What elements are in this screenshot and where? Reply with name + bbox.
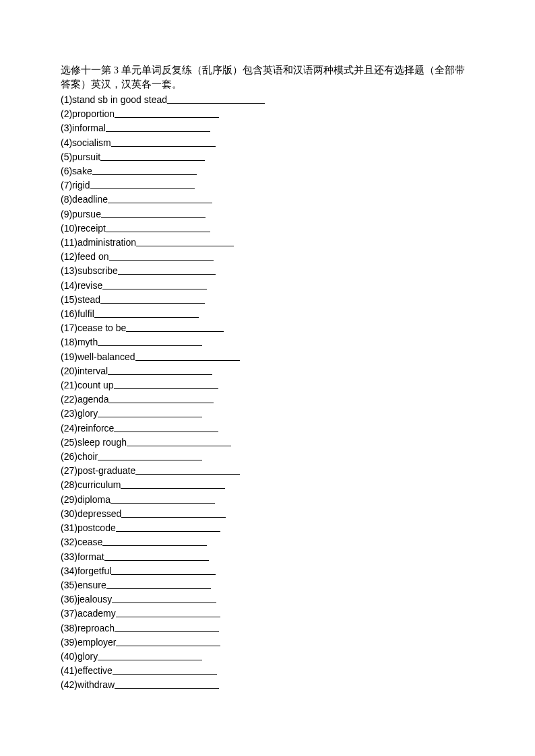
word-text: (36)jealousy: [61, 594, 112, 605]
answer-blank: [98, 408, 202, 417]
answer-blank: [116, 608, 220, 617]
answer-blank: [102, 537, 207, 546]
answer-blank: [118, 265, 216, 275]
answer-blank: [116, 637, 220, 646]
answer-blank: [126, 322, 224, 332]
word-text: (17)cease to be: [61, 322, 126, 333]
answer-blank: [127, 437, 231, 446]
answer-blank: [135, 465, 240, 475]
word-item: (2)proportion: [61, 107, 474, 121]
answer-blank: [108, 194, 212, 203]
answer-blank: [112, 594, 216, 603]
answer-blank: [104, 551, 209, 561]
word-item: (7)rigid: [61, 178, 474, 193]
word-item: (24)reinforce: [61, 421, 474, 436]
word-text: (20)interval: [61, 366, 108, 376]
word-item: (9)pursue: [61, 207, 474, 221]
answer-blank: [136, 237, 234, 246]
word-text: (2)proportion: [61, 108, 115, 119]
word-text: (39)employer: [61, 637, 116, 648]
answer-blank: [121, 508, 226, 518]
answer-blank: [100, 294, 205, 304]
word-item: (1)stand sb in good stead: [61, 93, 474, 107]
word-text: (11)administration: [61, 237, 136, 248]
answer-blank: [109, 251, 214, 261]
word-text: (40)glory: [61, 651, 98, 662]
word-item: (10)receipt: [61, 221, 474, 236]
answer-blank: [106, 580, 211, 589]
answer-blank: [111, 137, 216, 147]
word-list: (1)stand sb in good stead(2)proportion(3…: [61, 93, 474, 693]
answer-blank: [98, 451, 202, 460]
answer-blank: [98, 337, 202, 346]
answer-blank: [113, 665, 217, 675]
answer-blank: [115, 679, 219, 689]
answer-blank: [167, 94, 265, 104]
word-item: (5)pursuit: [61, 150, 474, 164]
word-item: (36)jealousy: [61, 592, 474, 607]
answer-blank: [114, 423, 218, 432]
answer-blank: [92, 166, 197, 175]
word-item: (15)stead: [61, 293, 474, 307]
word-item: (25)sleep rough: [61, 436, 474, 450]
word-item: (34)forgetful: [61, 564, 474, 578]
word-text: (15)stead: [61, 294, 100, 305]
word-item: (21)count up: [61, 378, 474, 392]
word-text: (27)post-graduate: [61, 465, 135, 476]
word-text: (33)format: [61, 551, 104, 562]
word-text: (38)reproach: [61, 623, 115, 633]
word-item: (6)sake: [61, 164, 474, 178]
word-text: (7)rigid: [61, 180, 90, 191]
word-text: (1)stand sb in good stead: [61, 94, 167, 105]
word-text: (32)cease: [61, 537, 102, 547]
word-item: (19)well-balanced: [61, 350, 474, 364]
word-item: (22)agenda: [61, 392, 474, 407]
word-item: (32)cease: [61, 535, 474, 549]
word-text: (4)socialism: [61, 137, 111, 148]
word-item: (17)cease to be: [61, 321, 474, 335]
word-text: (24)reinforce: [61, 423, 114, 434]
answer-blank: [100, 151, 205, 161]
word-text: (5)pursuit: [61, 151, 100, 162]
word-text: (21)count up: [61, 380, 114, 390]
word-item: (18)myth: [61, 335, 474, 349]
word-text: (3)informal: [61, 123, 106, 133]
word-item: (39)employer: [61, 635, 474, 650]
word-text: (25)sleep rough: [61, 437, 127, 448]
word-text: (34)forgetful: [61, 565, 111, 576]
answer-blank: [101, 209, 206, 218]
word-item: (27)post-graduate: [61, 464, 474, 478]
answer-blank: [102, 280, 207, 289]
word-text: (16)fulfil: [61, 308, 94, 319]
word-item: (41)effective: [61, 664, 474, 678]
word-item: (33)format: [61, 550, 474, 564]
answer-blank: [111, 494, 215, 504]
word-item: (42)withdraw: [61, 678, 474, 692]
answer-blank: [116, 522, 220, 532]
word-text: (23)glory: [61, 408, 98, 419]
word-item: (37)academy: [61, 607, 474, 621]
word-item: (11)administration: [61, 236, 474, 250]
word-item: (16)fulfil: [61, 307, 474, 321]
word-text: (8)deadline: [61, 194, 108, 205]
word-item: (8)deadline: [61, 193, 474, 207]
word-text: (37)academy: [61, 608, 116, 619]
word-item: (23)glory: [61, 407, 474, 421]
answer-blank: [98, 651, 202, 660]
answer-blank: [109, 394, 214, 403]
answer-blank: [111, 565, 216, 575]
word-item: (3)informal: [61, 121, 474, 135]
answer-blank: [135, 351, 240, 361]
word-item: (28)curriculum: [61, 478, 474, 492]
word-item: (4)socialism: [61, 136, 474, 150]
word-item: (35)ensure: [61, 578, 474, 592]
answer-blank: [114, 380, 218, 389]
word-item: (26)choir: [61, 450, 474, 464]
word-text: (9)pursue: [61, 209, 101, 219]
word-item: (29)diploma: [61, 493, 474, 507]
word-text: (14)revise: [61, 280, 102, 291]
word-text: (35)ensure: [61, 580, 106, 590]
word-item: (31)postcode: [61, 521, 474, 535]
answer-blank: [90, 180, 195, 189]
answer-blank: [106, 123, 210, 132]
